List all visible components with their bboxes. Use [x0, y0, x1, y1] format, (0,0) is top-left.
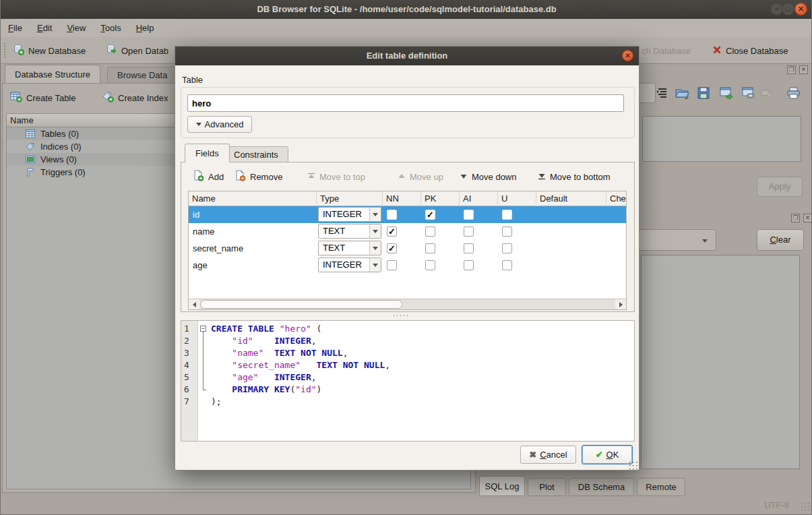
nn-checkbox[interactable] [387, 210, 397, 220]
dialog-close-icon[interactable]: ✕ [622, 50, 633, 61]
field-row-name[interactable]: nameTEXT✓ [189, 223, 626, 240]
grid-horizontal-scrollbar[interactable] [189, 299, 626, 309]
dock-float-icon[interactable]: ❐ [787, 65, 796, 74]
sql-log-textarea[interactable] [641, 255, 800, 469]
create-index-button[interactable]: Create Index [102, 89, 168, 107]
bottom-tab-sql-log[interactable]: SQL Log [479, 476, 525, 496]
grid-column-header-pk[interactable]: PK [421, 191, 460, 206]
nn-checkbox[interactable] [387, 260, 397, 270]
grid-column-header-u[interactable]: U [498, 191, 536, 206]
execute-icon[interactable] [719, 86, 734, 100]
chevron-down-icon [369, 208, 381, 221]
close-database-label: Close Database [726, 46, 788, 56]
print-icon[interactable] [786, 86, 801, 100]
field-row-secret_name[interactable]: secret_nameTEXT✓ [189, 240, 626, 257]
close-window-button[interactable]: ✕ [794, 3, 807, 16]
close-database-button[interactable]: Close Database [710, 41, 791, 60]
dock-close-icon[interactable]: ✕ [799, 65, 808, 74]
dock2-float-icon[interactable]: ❐ [791, 214, 800, 222]
pk-checkbox[interactable] [425, 243, 435, 253]
ok-button[interactable]: ✔ OK [582, 445, 633, 464]
menu-item-help[interactable]: Help [129, 19, 162, 37]
field-name-cell[interactable]: secret_name [193, 240, 243, 257]
pk-checkbox-checked[interactable]: ✓ [425, 210, 435, 220]
tab-constraints[interactable]: Constraints [224, 146, 288, 162]
bottom-tab-remote[interactable]: Remote [637, 478, 685, 496]
grid-column-header-nn[interactable]: NN [383, 191, 421, 206]
tab-fields[interactable]: Fields [185, 144, 230, 162]
open-file-icon[interactable] [675, 86, 689, 100]
ai-checkbox[interactable] [464, 226, 474, 237]
dialog-resize-grip[interactable] [628, 460, 637, 470]
field-row-id[interactable]: idINTEGER✓ [189, 206, 626, 223]
grid-column-header-name[interactable]: Name [189, 191, 317, 206]
new-database-button[interactable]: New Database [10, 41, 88, 60]
open-database-button[interactable]: Open Datab [103, 41, 171, 60]
grid-column-header-che[interactable]: Che [606, 191, 627, 206]
ai-checkbox[interactable] [464, 260, 474, 270]
pk-checkbox[interactable] [425, 226, 435, 237]
grid-column-header-default[interactable]: Default [536, 191, 606, 206]
field-name-cell[interactable]: age [193, 257, 208, 274]
line-number: 2 [184, 335, 197, 347]
tree-item-label: Indices (0) [40, 140, 82, 153]
u-checkbox[interactable] [502, 260, 512, 270]
menu-item-tools[interactable]: Tools [93, 19, 128, 37]
add-button[interactable]: Add [193, 169, 224, 184]
dock2-close-icon[interactable]: ✕ [803, 214, 812, 222]
advanced-button[interactable]: Advanced [187, 116, 252, 133]
nn-checkbox-checked[interactable]: ✓ [387, 243, 397, 253]
maximize-button[interactable]: □ [782, 3, 794, 16]
nn-checkbox-checked[interactable]: ✓ [387, 226, 397, 237]
pk-checkbox[interactable] [425, 260, 435, 270]
sql-preview-editor[interactable]: 1234567 − CREATE TABLE "hero" ( "id" INT… [181, 320, 635, 442]
bottom-tab-plot[interactable]: Plot [528, 478, 566, 496]
u-checkbox[interactable] [502, 226, 512, 237]
move-down-button[interactable]: Move down [460, 169, 516, 184]
code-fold-icon[interactable]: − [200, 326, 206, 332]
ai-checkbox[interactable] [464, 210, 474, 220]
grid-column-header-type[interactable]: Type [317, 191, 383, 206]
clear-button[interactable]: Clear [757, 229, 804, 251]
u-checkbox[interactable] [502, 210, 512, 220]
advanced-label: Advanced [205, 119, 244, 129]
format-icon[interactable] [654, 86, 669, 100]
menu-item-edit[interactable]: Edit [30, 19, 59, 37]
ai-checkbox[interactable] [464, 243, 474, 253]
field-name-cell[interactable]: id [193, 206, 199, 223]
u-checkbox[interactable] [502, 243, 512, 253]
sql-line: CREATE TABLE "hero" ( [211, 323, 390, 335]
tab-database-structure[interactable]: Database Structure [5, 65, 100, 84]
table-icon [26, 129, 35, 138]
create-table-button[interactable]: Create Table [10, 89, 75, 107]
chevron-down-icon [702, 239, 708, 243]
move-to-bottom-button[interactable]: Move to bottom [538, 169, 611, 184]
link-icon[interactable] [741, 86, 756, 100]
field-type-combobox[interactable]: INTEGER [318, 207, 381, 222]
field-type-combobox[interactable]: TEXT [318, 241, 381, 255]
field-row-age[interactable]: ageINTEGER [189, 257, 626, 274]
table-name-input[interactable] [187, 94, 624, 112]
detach-icon[interactable] [759, 86, 774, 100]
menu-item-view[interactable]: View [59, 19, 93, 37]
tab-browse-data[interactable]: Browse Data [107, 67, 177, 84]
scroll-right-icon[interactable] [615, 299, 626, 309]
bottom-tab-db-schema[interactable]: DB Schema [569, 478, 634, 496]
dialog-splitter-handle[interactable] [392, 314, 410, 317]
open-database-icon [106, 44, 117, 57]
field-type-combobox[interactable]: TEXT [318, 224, 381, 239]
cancel-button[interactable]: ✖ Cancel [520, 446, 576, 464]
dialog-titlebar[interactable]: Edit table definition ✕ [175, 47, 639, 65]
window-resize-grip[interactable] [800, 502, 809, 511]
remove-button[interactable]: Remove [235, 169, 282, 184]
grid-column-header-ai[interactable]: AI [460, 191, 498, 206]
scrollbar-thumb[interactable] [200, 300, 402, 309]
field-type-value: TEXT [323, 241, 345, 255]
save-file-icon[interactable] [696, 86, 711, 100]
menu-item-file[interactable]: File [1, 19, 30, 37]
scroll-left-icon[interactable] [189, 299, 199, 309]
field-type-combobox[interactable]: INTEGER [318, 258, 381, 272]
move-to-top-button: Move to top [307, 169, 365, 184]
edit-cell-textarea[interactable] [642, 116, 801, 162]
field-name-cell[interactable]: name [193, 223, 215, 240]
